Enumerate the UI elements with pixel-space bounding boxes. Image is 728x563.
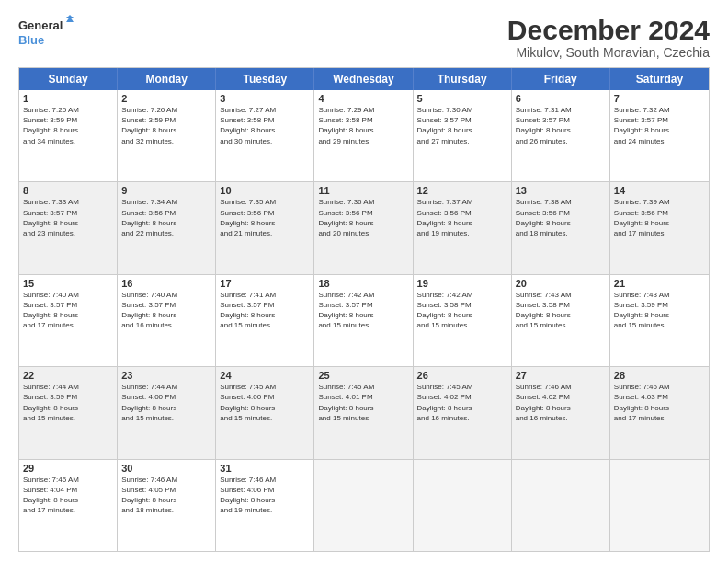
cell-info: Sunset: 3:56 PM xyxy=(318,208,408,218)
day-number: 5 xyxy=(417,93,507,104)
cell-info: Daylight: 8 hours xyxy=(614,218,705,228)
cell-info: Daylight: 8 hours xyxy=(318,310,408,320)
cell-info: and 15 minutes. xyxy=(121,413,211,423)
cell-info: Sunrise: 7:36 AM xyxy=(318,197,408,207)
day-number: 17 xyxy=(220,278,310,289)
cell-info: Sunset: 3:56 PM xyxy=(614,208,705,218)
cell-info: Sunrise: 7:26 AM xyxy=(121,105,211,115)
cell-info: Sunset: 4:00 PM xyxy=(220,392,310,402)
cell-info: and 17 minutes. xyxy=(23,505,113,515)
calendar-cell-3-1: 15Sunrise: 7:40 AMSunset: 3:57 PMDayligh… xyxy=(19,275,118,366)
calendar-cell-4-3: 24Sunrise: 7:45 AMSunset: 4:00 PMDayligh… xyxy=(216,367,314,458)
svg-text:Blue: Blue xyxy=(18,33,44,47)
cell-info: Daylight: 8 hours xyxy=(23,218,113,228)
cell-info: Sunset: 3:57 PM xyxy=(121,300,211,310)
header-day-thursday: Thursday xyxy=(414,68,512,90)
cell-info: Sunset: 3:59 PM xyxy=(121,115,211,125)
logo-svg: General Blue xyxy=(18,15,74,48)
calendar-row-4: 22Sunrise: 7:44 AMSunset: 3:59 PMDayligh… xyxy=(19,366,709,458)
cell-info: Daylight: 8 hours xyxy=(121,495,211,505)
header: General Blue December 2024 Mikulov, Sout… xyxy=(18,15,710,60)
cell-info: Sunrise: 7:31 AM xyxy=(516,105,606,115)
cell-info: Daylight: 8 hours xyxy=(318,403,408,413)
cell-info: Sunrise: 7:42 AM xyxy=(318,290,408,300)
day-number: 15 xyxy=(23,278,113,289)
cell-info: Sunset: 3:57 PM xyxy=(220,300,310,310)
cell-info: Daylight: 8 hours xyxy=(614,125,705,135)
day-number: 24 xyxy=(220,370,310,381)
cell-info: and 22 minutes. xyxy=(121,228,211,238)
cell-info: Sunrise: 7:33 AM xyxy=(23,197,113,207)
calendar-row-3: 15Sunrise: 7:40 AMSunset: 3:57 PMDayligh… xyxy=(19,274,709,366)
cell-info: Sunset: 3:56 PM xyxy=(121,208,211,218)
day-number: 28 xyxy=(614,370,705,381)
cell-info: Daylight: 8 hours xyxy=(417,310,507,320)
day-number: 22 xyxy=(23,370,113,381)
cell-info: and 16 minutes. xyxy=(417,413,507,423)
cell-info: and 19 minutes. xyxy=(417,228,507,238)
cell-info: Sunrise: 7:37 AM xyxy=(417,197,507,207)
calendar-cell-2-5: 12Sunrise: 7:37 AMSunset: 3:56 PMDayligh… xyxy=(414,182,512,273)
cell-info: and 15 minutes. xyxy=(318,320,408,330)
cell-info: and 15 minutes. xyxy=(318,413,408,423)
header-day-wednesday: Wednesday xyxy=(314,68,413,90)
day-number: 31 xyxy=(220,463,310,474)
cell-info: Sunset: 4:02 PM xyxy=(417,392,507,402)
calendar-cell-2-1: 8Sunrise: 7:33 AMSunset: 3:57 PMDaylight… xyxy=(19,182,118,273)
cell-info: and 23 minutes. xyxy=(23,228,113,238)
day-number: 6 xyxy=(516,93,606,104)
page: General Blue December 2024 Mikulov, Sout… xyxy=(0,0,728,563)
cell-info: Daylight: 8 hours xyxy=(23,310,113,320)
calendar-cell-2-4: 11Sunrise: 7:36 AMSunset: 3:56 PMDayligh… xyxy=(314,182,413,273)
calendar-cell-3-2: 16Sunrise: 7:40 AMSunset: 3:57 PMDayligh… xyxy=(118,275,216,366)
cell-info: and 15 minutes. xyxy=(417,320,507,330)
cell-info: Sunrise: 7:45 AM xyxy=(417,382,507,392)
cell-info: Sunrise: 7:41 AM xyxy=(220,290,310,300)
cell-info: Sunrise: 7:42 AM xyxy=(417,290,507,300)
calendar-cell-1-5: 5Sunrise: 7:30 AMSunset: 3:57 PMDaylight… xyxy=(414,90,512,181)
calendar-cell-5-2: 30Sunrise: 7:46 AMSunset: 4:05 PMDayligh… xyxy=(118,460,216,551)
cell-info: Daylight: 8 hours xyxy=(516,125,606,135)
cell-info: Sunrise: 7:40 AM xyxy=(121,290,211,300)
calendar-cell-2-3: 10Sunrise: 7:35 AMSunset: 3:56 PMDayligh… xyxy=(216,182,314,273)
cell-info: and 27 minutes. xyxy=(417,136,507,146)
day-number: 23 xyxy=(121,370,211,381)
day-number: 29 xyxy=(23,463,113,474)
day-number: 27 xyxy=(516,370,606,381)
cell-info: and 21 minutes. xyxy=(220,228,310,238)
calendar-body: 1Sunrise: 7:25 AMSunset: 3:59 PMDaylight… xyxy=(19,90,709,551)
cell-info: Sunrise: 7:27 AM xyxy=(220,105,310,115)
day-number: 25 xyxy=(318,370,408,381)
cell-info: Sunset: 3:58 PM xyxy=(417,300,507,310)
cell-info: Sunrise: 7:29 AM xyxy=(318,105,408,115)
cell-info: and 34 minutes. xyxy=(23,136,113,146)
cell-info: Daylight: 8 hours xyxy=(121,218,211,228)
cell-info: Sunrise: 7:43 AM xyxy=(516,290,606,300)
cell-info: and 17 minutes. xyxy=(23,320,113,330)
calendar-cell-3-3: 17Sunrise: 7:41 AMSunset: 3:57 PMDayligh… xyxy=(216,275,314,366)
day-number: 2 xyxy=(121,93,211,104)
calendar-cell-1-3: 3Sunrise: 7:27 AMSunset: 3:58 PMDaylight… xyxy=(216,90,314,181)
cell-info: and 24 minutes. xyxy=(614,136,705,146)
cell-info: Sunset: 3:59 PM xyxy=(614,300,705,310)
calendar-cell-4-5: 26Sunrise: 7:45 AMSunset: 4:02 PMDayligh… xyxy=(414,367,512,458)
cell-info: and 26 minutes. xyxy=(516,136,606,146)
calendar-cell-3-7: 21Sunrise: 7:43 AMSunset: 3:59 PMDayligh… xyxy=(610,275,709,366)
calendar-header: SundayMondayTuesdayWednesdayThursdayFrid… xyxy=(19,68,709,90)
calendar-cell-3-4: 18Sunrise: 7:42 AMSunset: 3:57 PMDayligh… xyxy=(314,275,413,366)
cell-info: Daylight: 8 hours xyxy=(417,218,507,228)
calendar-cell-1-7: 7Sunrise: 7:32 AMSunset: 3:57 PMDaylight… xyxy=(610,90,709,181)
day-number: 16 xyxy=(121,278,211,289)
cell-info: and 15 minutes. xyxy=(23,413,113,423)
cell-info: Sunset: 4:01 PM xyxy=(318,392,408,402)
calendar-cell-4-2: 23Sunrise: 7:44 AMSunset: 4:00 PMDayligh… xyxy=(118,367,216,458)
cell-info: Sunset: 4:05 PM xyxy=(121,485,211,495)
cell-info: Daylight: 8 hours xyxy=(220,218,310,228)
cell-info: Sunrise: 7:44 AM xyxy=(121,382,211,392)
cell-info: Daylight: 8 hours xyxy=(220,125,310,135)
cell-info: Sunrise: 7:46 AM xyxy=(516,382,606,392)
cell-info: Daylight: 8 hours xyxy=(417,125,507,135)
cell-info: and 19 minutes. xyxy=(220,505,310,515)
cell-info: Sunset: 3:59 PM xyxy=(23,392,113,402)
calendar-cell-5-7 xyxy=(610,460,709,551)
